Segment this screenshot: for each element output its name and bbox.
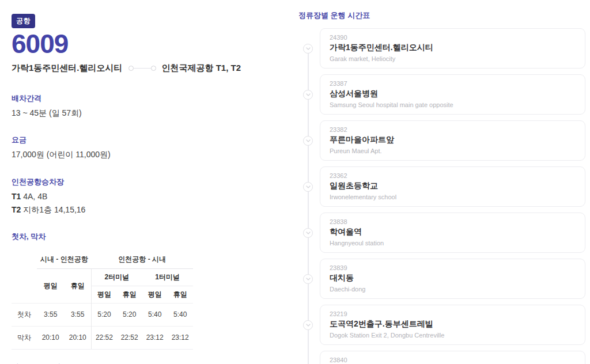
list-item: 23840 타워팰리스 Tower Palace	[298, 351, 585, 364]
list-item: 24390 가락1동주민센터.헬리오시티 Garak market, Helio…	[298, 28, 585, 69]
first-last-section: 첫차, 막차 시내 - 인천공항 인천공항 - 시내 평일 휴일 2터미널 1터…	[12, 232, 288, 350]
stop-name-en: Samsung Seoul hospital main gate opposit…	[330, 101, 576, 108]
list-item: 23219 도곡역2번출구.동부센트레빌 Dogok Station Exit …	[298, 305, 585, 345]
airport-badge: 공항	[12, 14, 35, 28]
stop-card[interactable]: 23219 도곡역2번출구.동부센트레빌 Dogok Station Exit …	[320, 305, 585, 345]
list-item: 23387 삼성서울병원 Samsung Seoul hospital main…	[298, 74, 585, 115]
stop-name-en: Irwonelementary school	[330, 194, 576, 200]
route-connector-icon	[128, 66, 156, 71]
stop-name: 삼성서울병원	[330, 89, 576, 99]
stop-name: 도곡역2번출구.동부센트레빌	[330, 319, 576, 329]
fare-section: 요금 17,000원 (어린이 11,000원)	[12, 135, 288, 160]
stop-name-en: Pureun Maeul Apt.	[330, 147, 576, 154]
stop-card[interactable]: 23387 삼성서울병원 Samsung Seoul hospital main…	[320, 74, 585, 115]
route-number: 6009	[12, 31, 288, 57]
chevron-down-icon	[303, 136, 313, 146]
timeline-marker	[298, 90, 320, 100]
table-row-last-bus: 막차 20:10 20:10 22:52 22:52 23:12 23:12	[12, 326, 193, 349]
stop-name: 가락1동주민센터.헬리오시티	[330, 43, 576, 53]
col-terminal1: 1터미널	[142, 268, 193, 286]
list-item: 23838 학여울역 Hangnyeoul station	[298, 213, 585, 253]
timeline-marker	[298, 182, 320, 192]
fare-value: 17,000원 (어린이 11,000원)	[12, 149, 288, 160]
stop-card[interactable]: 24390 가락1동주민센터.헬리오시티 Garak market, Helio…	[320, 28, 585, 69]
stop-id: 24390	[330, 34, 576, 41]
stop-id: 23839	[330, 264, 576, 271]
chevron-down-icon	[303, 44, 313, 54]
list-item: 23382 푸른마을아파트앞 Pureun Maeul Apt.	[298, 120, 585, 161]
stop-card[interactable]: 23838 학여울역 Hangnyeoul station	[320, 213, 585, 253]
stop-id: 23840	[330, 357, 576, 363]
list-item: 23839 대치동 Daechi-dong	[298, 259, 585, 299]
chevron-down-icon	[303, 90, 313, 100]
col-t1-weekday: 평일	[142, 286, 168, 303]
stop-name-en: Daechi-dong	[330, 286, 576, 293]
boarding-t1: T1 4A, 4B	[12, 191, 288, 202]
stops-list: 24390 가락1동주민센터.헬리오시티 Garak market, Helio…	[298, 28, 585, 364]
route-destination: 인천국제공항 T1, T2	[162, 63, 241, 74]
stop-name-en: Garak market, Heliocity	[330, 55, 576, 62]
col-t2-holiday: 휴일	[117, 286, 142, 303]
chevron-down-icon	[303, 182, 313, 192]
stop-timetable-title: 정류장별 운행 시간표	[298, 10, 585, 21]
chevron-down-icon	[303, 228, 313, 238]
stop-name-en: Dogok Station Exit 2, Dongbu Centreville	[330, 332, 576, 339]
stop-id: 23362	[330, 172, 576, 179]
chevron-down-icon	[303, 320, 313, 330]
stop-card[interactable]: 23840 타워팰리스 Tower Palace	[320, 351, 585, 364]
stop-id: 23838	[330, 218, 576, 225]
stop-id: 23387	[330, 80, 576, 87]
col-weekday: 평일	[37, 268, 64, 303]
interval-section: 배차간격 13 ~ 45분 (일 57회)	[12, 93, 288, 119]
timeline-marker	[298, 320, 320, 330]
interval-value: 13 ~ 45분 (일 57회)	[12, 107, 288, 119]
timeline-marker	[298, 136, 320, 146]
interval-label: 배차간격	[12, 93, 288, 104]
group-airport-to-city: 인천공항 - 시내	[92, 251, 193, 268]
group-city-to-airport: 시내 - 인천공항	[37, 251, 92, 268]
stop-name: 학여울역	[330, 227, 576, 237]
table-corner	[12, 251, 37, 303]
col-terminal2: 2터미널	[92, 268, 142, 286]
first-last-label: 첫차, 막차	[12, 232, 288, 242]
table-row-first-bus: 첫차 3:55 3:55 5:20 5:20 5:40 5:40	[12, 303, 193, 326]
route-endpoints: 가락1동주민센터.헬리오시티 인천국제공항 T1, T2	[12, 63, 288, 74]
timeline-marker	[298, 44, 320, 54]
stop-id: 23382	[330, 126, 576, 133]
col-t1-holiday: 휴일	[168, 286, 193, 303]
chevron-down-icon	[303, 274, 313, 284]
boarding-t2: T2 지하1층 14,15,16	[12, 204, 288, 215]
boarding-label: 인천공항승차장	[12, 177, 288, 187]
timeline-marker	[298, 228, 320, 238]
route-origin: 가락1동주민센터.헬리오시티	[12, 63, 123, 74]
col-holiday: 휴일	[64, 268, 91, 303]
col-t2-weekday: 평일	[92, 286, 117, 303]
stop-id: 23219	[330, 310, 576, 317]
stop-name-en: Hangnyeoul station	[330, 240, 576, 247]
stop-name: 대치동	[330, 273, 576, 283]
stop-timetable-panel: 정류장별 운행 시간표 24390 가락1동주민센터.헬리오시티 Garak m…	[298, 10, 585, 364]
first-last-table: 시내 - 인천공항 인천공항 - 시내 평일 휴일 2터미널 1터미널 평일 휴…	[12, 251, 193, 350]
stop-card[interactable]: 23839 대치동 Daechi-dong	[320, 259, 585, 299]
list-item: 23362 일원초등학교 Irwonelementary school	[298, 166, 585, 207]
route-summary-panel: 공항 6009 가락1동주민센터.헬리오시티 인천국제공항 T1, T2 배차간…	[12, 14, 288, 364]
stop-name: 일원초등학교	[330, 181, 576, 191]
stop-name: 푸른마을아파트앞	[330, 135, 576, 145]
timeline-marker	[298, 274, 320, 284]
fare-label: 요금	[12, 135, 288, 145]
route-detail-page: 공항 6009 가락1동주민센터.헬리오시티 인천국제공항 T1, T2 배차간…	[0, 0, 590, 364]
stop-card[interactable]: 23382 푸른마을아파트앞 Pureun Maeul Apt.	[320, 120, 585, 161]
boarding-section: 인천공항승차장 T1 4A, 4B T2 지하1층 14,15,16	[12, 177, 288, 216]
stop-card[interactable]: 23362 일원초등학교 Irwonelementary school	[320, 166, 585, 207]
